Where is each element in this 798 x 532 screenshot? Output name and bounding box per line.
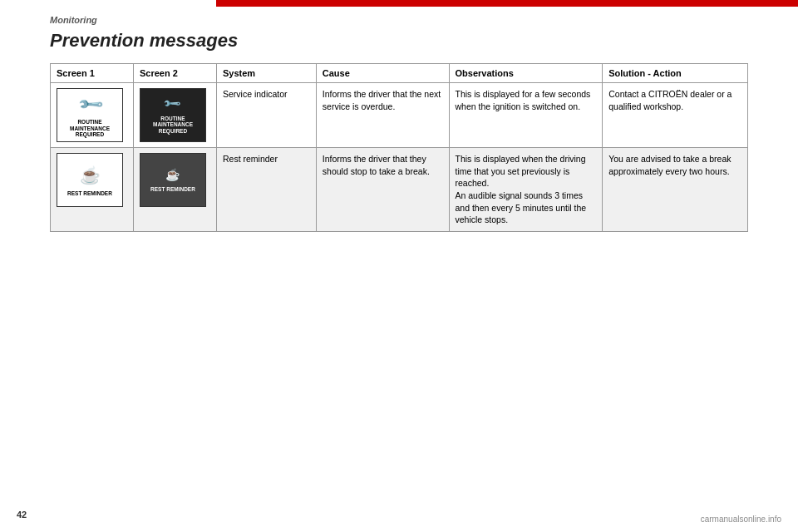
screen2-rest-text: REST REMINDER bbox=[150, 186, 195, 193]
screen1-rest-text: REST REMINDER bbox=[67, 190, 112, 197]
prevention-messages-table: Screen 1 Screen 2 System Cause Observati… bbox=[50, 63, 748, 232]
system-cell-rest: Rest reminder bbox=[216, 148, 316, 232]
solution-text: Contact a CITROËN dealer or a qualified … bbox=[608, 89, 732, 111]
observations-text: This is displayed for a few seconds when… bbox=[456, 89, 591, 111]
cause-text-rest: Informs the driver that they should stop… bbox=[323, 154, 430, 176]
wrench-icon-dark: 🔧 bbox=[162, 93, 184, 115]
col-header-cause: Cause bbox=[316, 64, 449, 83]
screen1-image: 🔧 ROUTINE MAINTENANCEREQUIRED bbox=[57, 88, 123, 142]
col-header-system: System bbox=[216, 64, 316, 83]
screen1-image-rest: ☕ REST REMINDER bbox=[57, 153, 123, 207]
col-header-screen1: Screen 1 bbox=[51, 64, 134, 83]
system-label-rest: Rest reminder bbox=[223, 154, 278, 164]
table-row: 🔧 ROUTINE MAINTENANCEREQUIRED 🔧 ROUTINE … bbox=[51, 83, 748, 148]
cup-icon: ☕ bbox=[80, 164, 101, 187]
screen2-cell-rest: ☕ REST REMINDER bbox=[133, 148, 216, 232]
section-label: Monitoring bbox=[50, 15, 748, 25]
table-row: ☕ REST REMINDER ☕ REST REMINDER Rest rem… bbox=[51, 148, 748, 232]
system-cell: Service indicator bbox=[216, 83, 316, 148]
cup-icon-dark: ☕ bbox=[165, 167, 180, 184]
screen1-cell: 🔧 ROUTINE MAINTENANCEREQUIRED bbox=[51, 83, 134, 148]
solution-cell: Contact a CITROËN dealer or a qualified … bbox=[603, 83, 748, 148]
observations-cell: This is displayed for a few seconds when… bbox=[449, 83, 603, 148]
top-red-bar bbox=[216, 0, 798, 7]
solution-cell-rest: You are advised to take a break approxim… bbox=[603, 148, 748, 232]
wrench-icon: 🔧 bbox=[74, 88, 105, 119]
screen2-text: ROUTINE MAINTENANCEREQUIRED bbox=[140, 116, 205, 135]
solution-text-rest: You are advised to take a break approxim… bbox=[608, 154, 731, 176]
cause-cell-rest: Informs the driver that they should stop… bbox=[316, 148, 449, 232]
col-header-solution: Solution - Action bbox=[603, 64, 748, 83]
observations-text-rest: This is displayed when the driving time … bbox=[456, 154, 587, 224]
screen1-cell-rest: ☕ REST REMINDER bbox=[51, 148, 134, 232]
screen2-image-rest: ☕ REST REMINDER bbox=[140, 153, 206, 207]
col-header-observations: Observations bbox=[449, 64, 603, 83]
observations-cell-rest: This is displayed when the driving time … bbox=[449, 148, 603, 232]
page-number: 42 bbox=[17, 510, 27, 520]
cause-cell: Informs the driver that the next service… bbox=[316, 83, 449, 148]
col-header-screen2: Screen 2 bbox=[133, 64, 216, 83]
watermark: carmanualsonline.info bbox=[701, 515, 781, 524]
screen2-image: 🔧 ROUTINE MAINTENANCEREQUIRED bbox=[140, 88, 206, 142]
screen1-text: ROUTINE MAINTENANCEREQUIRED bbox=[57, 119, 122, 138]
cause-text: Informs the driver that the next service… bbox=[323, 89, 441, 111]
page-title: Prevention messages bbox=[50, 30, 748, 52]
screen2-cell: 🔧 ROUTINE MAINTENANCEREQUIRED bbox=[133, 83, 216, 148]
system-label: Service indicator bbox=[223, 89, 288, 99]
